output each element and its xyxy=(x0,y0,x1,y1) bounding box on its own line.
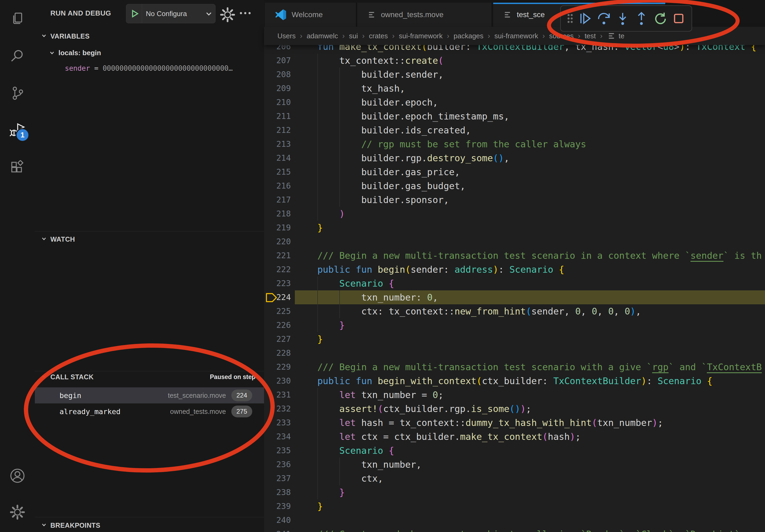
line-number[interactable]: 229 xyxy=(264,360,291,374)
tab-welcome[interactable]: Welcome xyxy=(265,3,357,27)
line-number[interactable]: 232 xyxy=(264,402,291,416)
start-debugging-icon[interactable] xyxy=(126,9,142,18)
code-line-212[interactable]: 212 builder.ids_created, xyxy=(264,123,765,137)
code-line-215[interactable]: 215 builder.gas_price, xyxy=(264,165,765,179)
code-line-232[interactable]: 232 assert!(ctx_builder.rgp.is_some()); xyxy=(264,402,765,416)
code-line-229[interactable]: 229 /// Begin a new multi-transaction te… xyxy=(264,360,765,374)
code-line-206[interactable]: 206 fun make_tx_context(builder: TxConte… xyxy=(264,45,765,54)
code-line-210[interactable]: 210 builder.epoch, xyxy=(264,95,765,109)
activity-item-extensions[interactable] xyxy=(0,149,35,186)
code-line-238[interactable]: 238 } xyxy=(264,485,765,499)
call-stack-frame[interactable]: already_markedowned_tests.move275 xyxy=(35,403,264,419)
code-line-223[interactable]: 223 Scenario { xyxy=(264,276,765,290)
debug-configuration-dropdown[interactable]: No Configura xyxy=(126,4,216,23)
line-number[interactable]: 210 xyxy=(264,95,291,109)
activity-item-search[interactable] xyxy=(0,37,35,75)
line-number[interactable]: 223 xyxy=(264,276,291,290)
code-line-235[interactable]: 235 Scenario { xyxy=(264,443,765,457)
more-actions-icon[interactable] xyxy=(239,11,252,16)
activity-item-source-control[interactable] xyxy=(0,75,35,112)
line-number[interactable]: 218 xyxy=(264,207,291,221)
code-line-224[interactable]: 224 txn_number: 0, xyxy=(264,290,765,304)
code-line-218[interactable]: 218 ) xyxy=(264,207,765,221)
line-number[interactable]: 212 xyxy=(264,123,291,137)
code-line-240[interactable]: 240 xyxy=(264,513,765,527)
line-number[interactable]: 208 xyxy=(264,68,291,82)
continue-button[interactable] xyxy=(577,7,594,30)
breadcrumb-item[interactable]: crates xyxy=(369,32,388,40)
line-number[interactable]: 238 xyxy=(264,485,291,499)
line-number[interactable]: 235 xyxy=(264,443,291,457)
code-line-216[interactable]: 216 builder.gas_budget, xyxy=(264,179,765,193)
variable-row[interactable]: sender = 000000000000000000000000000000… xyxy=(35,61,294,76)
line-number[interactable]: 227 xyxy=(264,332,291,346)
code-line-236[interactable]: 236 txn_number, xyxy=(264,457,765,471)
code-line-211[interactable]: 211 builder.epoch_timestamp_ms, xyxy=(264,109,765,123)
code-line-231[interactable]: 231 let txn_number = 0; xyxy=(264,388,765,402)
variables-scope-row[interactable]: locals: begin xyxy=(35,46,278,60)
code-line-234[interactable]: 234 let ctx = ctx_builder.make_tx_contex… xyxy=(264,430,765,443)
step-out-button[interactable] xyxy=(633,7,650,30)
breakpoints-section-header[interactable]: BREAKPOINTS xyxy=(41,519,100,532)
step-into-button[interactable] xyxy=(614,7,631,30)
breadcrumb-item[interactable]: sui-framework xyxy=(494,32,538,40)
toolbar-drag-handle-icon[interactable] xyxy=(565,13,575,24)
line-number[interactable]: 216 xyxy=(264,179,291,193)
code-line-230[interactable]: 230 public fun begin_with_context(ctx_bu… xyxy=(264,374,765,388)
code-area[interactable]: 206 fun make_tx_context(builder: TxConte… xyxy=(264,45,765,532)
line-number[interactable]: 222 xyxy=(264,263,291,276)
breadcrumb-item[interactable]: sui xyxy=(349,32,358,40)
breadcrumb-item[interactable]: Users xyxy=(278,32,296,40)
watch-section-header[interactable]: WATCH xyxy=(41,232,75,246)
code-line-217[interactable]: 217 builder.sponsor, xyxy=(264,193,765,207)
debug-settings-gear-icon[interactable] xyxy=(220,7,235,24)
code-line-237[interactable]: 237 ctx, xyxy=(264,471,765,485)
step-over-button[interactable] xyxy=(595,7,612,30)
breadcrumb-item[interactable]: test xyxy=(585,32,596,40)
line-number[interactable]: 237 xyxy=(264,471,291,485)
code-line-207[interactable]: 207 tx_context::create( xyxy=(264,54,765,68)
code-line-220[interactable]: 220 xyxy=(264,235,765,249)
code-line-219[interactable]: 219 } xyxy=(264,221,765,235)
activity-item-settings[interactable] xyxy=(0,494,35,530)
line-number[interactable]: 230 xyxy=(264,374,291,388)
line-number[interactable]: 206 xyxy=(264,45,291,54)
code-line-222[interactable]: 222 public fun begin(sender: address): S… xyxy=(264,263,765,276)
code-line-225[interactable]: 225 ctx: tx_context::new_from_hint(sende… xyxy=(264,304,765,318)
code-line-209[interactable]: 209 tx_hash, xyxy=(264,82,765,95)
line-number[interactable]: 219 xyxy=(264,221,291,235)
line-number[interactable]: 214 xyxy=(264,151,291,165)
line-number[interactable]: 228 xyxy=(264,346,291,360)
line-number[interactable]: 236 xyxy=(264,457,291,471)
breadcrumb-item[interactable]: sources xyxy=(549,32,574,40)
code-line-214[interactable]: 214 builder.rgp.destroy_some(), xyxy=(264,151,765,165)
line-number[interactable]: 221 xyxy=(264,249,291,263)
line-number[interactable]: 209 xyxy=(264,82,291,95)
line-number[interactable]: 213 xyxy=(264,137,291,151)
activity-item-explorer[interactable] xyxy=(0,0,35,37)
line-number[interactable]: 207 xyxy=(264,54,291,68)
line-number[interactable]: 240 xyxy=(264,513,291,527)
breadcrumb-item[interactable]: adamwelc xyxy=(307,32,338,40)
stop-button[interactable] xyxy=(670,7,687,30)
code-line-208[interactable]: 208 builder.sender, xyxy=(264,68,765,82)
line-number[interactable]: 217 xyxy=(264,193,291,207)
call-stack-frame[interactable]: begintest_scenario.move224 xyxy=(35,387,264,403)
code-line-233[interactable]: 233 let hash = tx_context::dummy_tx_hash… xyxy=(264,416,765,430)
breadcrumb-item[interactable]: sui-framework xyxy=(399,32,442,40)
line-number[interactable]: 225 xyxy=(264,304,291,318)
line-number[interactable]: 241 xyxy=(264,527,291,532)
tab-owned-tests-move[interactable]: owned_tests.move xyxy=(357,3,492,27)
line-number[interactable]: 239 xyxy=(264,499,291,513)
line-number[interactable]: 211 xyxy=(264,109,291,123)
line-number[interactable]: 231 xyxy=(264,388,291,402)
code-line-241[interactable]: 241 /// Creates and shares system object… xyxy=(264,527,765,532)
line-number[interactable]: 233 xyxy=(264,416,291,430)
line-number[interactable]: 234 xyxy=(264,430,291,443)
code-line-228[interactable]: 228 xyxy=(264,346,765,360)
line-number[interactable]: 220 xyxy=(264,235,291,249)
variables-section-header[interactable]: VARIABLES xyxy=(41,30,90,43)
line-number[interactable]: 226 xyxy=(264,318,291,332)
breadcrumb-item[interactable]: packages xyxy=(453,32,483,40)
activity-item-account[interactable] xyxy=(0,457,35,494)
